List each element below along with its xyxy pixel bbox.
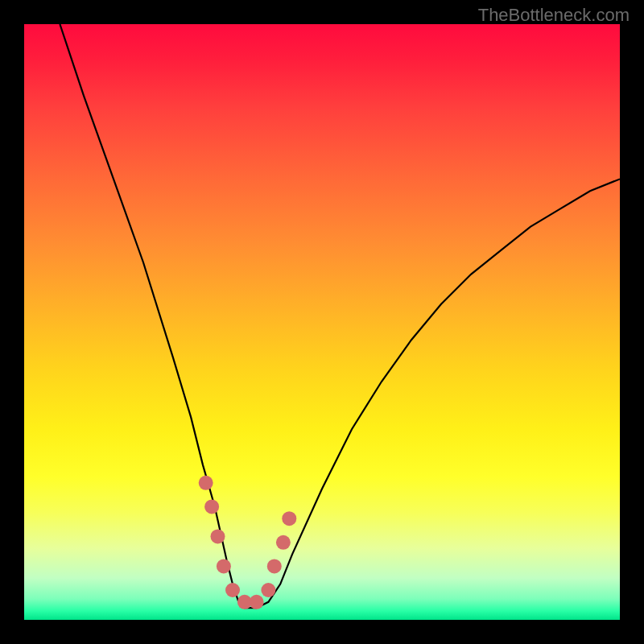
marker-dot — [276, 535, 291, 550]
marker-dot — [261, 583, 275, 597]
curve-markers — [199, 476, 297, 609]
marker-dot — [250, 595, 264, 609]
bottleneck-curve-path — [60, 24, 620, 608]
marker-dot — [282, 511, 296, 526]
marker-dot — [217, 559, 231, 573]
marker-dot — [225, 583, 240, 597]
curve-line — [60, 24, 620, 608]
marker-dot — [267, 559, 282, 573]
marker-dot — [199, 476, 213, 490]
watermark-text: TheBottleneck.com — [478, 5, 630, 26]
chart-svg — [24, 24, 620, 620]
marker-dot — [211, 529, 225, 543]
plot-area — [24, 24, 620, 620]
marker-dot — [204, 499, 219, 514]
